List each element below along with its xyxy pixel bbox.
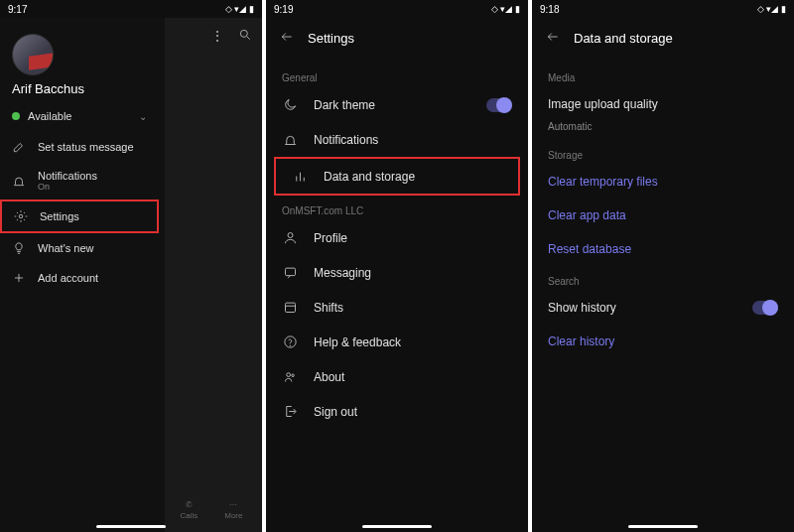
clock: 9:17	[8, 4, 27, 15]
more-vert-icon[interactable]: ⋮	[210, 28, 224, 45]
menu-whats-new[interactable]: What's new	[0, 233, 159, 263]
svg-point-15	[286, 373, 290, 377]
item-reset-database[interactable]: Reset database	[532, 232, 794, 266]
drawer-menu: Set status message Notifications On Sett…	[0, 128, 159, 297]
svg-point-2	[19, 214, 23, 218]
nav-more[interactable]: ⋯More	[224, 500, 242, 520]
settings-list: General Dark theme Notifications Data an…	[266, 59, 528, 532]
menu-add-account[interactable]: Add account	[0, 263, 159, 293]
section-search: Search	[532, 266, 794, 291]
teams-icon	[282, 369, 298, 384]
clock: 9:19	[274, 4, 293, 15]
item-clear-history[interactable]: Clear history	[532, 325, 794, 358]
item-label: Reset database	[548, 242, 631, 256]
item-label: Image upload quality	[548, 97, 658, 111]
status-icons: ◇ ▾◢ ▮	[225, 4, 254, 14]
item-label: Show history	[548, 301, 616, 315]
item-profile[interactable]: Profile	[266, 220, 528, 255]
search-icon[interactable]	[238, 28, 252, 45]
moon-icon	[282, 97, 298, 112]
section-org: OnMSFT.com LLC	[266, 196, 528, 220]
page-header: Data and storage	[532, 18, 794, 59]
item-label: Sign out	[314, 405, 357, 419]
android-nav-pill[interactable]	[628, 525, 698, 528]
item-label: About	[314, 370, 344, 384]
menu-sublabel: On	[38, 182, 97, 192]
svg-point-9	[288, 233, 293, 238]
section-general: General	[266, 63, 528, 87]
menu-label: What's new	[38, 242, 94, 254]
menu-label: Set status message	[38, 141, 134, 153]
user-name: Arif Bacchus	[12, 81, 147, 96]
presence-dot-icon	[12, 112, 20, 120]
svg-rect-11	[285, 303, 295, 312]
gear-icon	[14, 209, 28, 223]
back-arrow-icon[interactable]	[546, 30, 560, 47]
toggle-switch[interactable]	[752, 301, 778, 315]
item-about[interactable]: About	[266, 359, 528, 394]
section-media: Media	[532, 63, 794, 87]
nav-label: Calls	[180, 511, 198, 520]
item-label: Clear app data	[548, 208, 626, 222]
item-upload-value: Automatic	[532, 121, 794, 140]
item-label: Help & feedback	[314, 335, 401, 349]
menu-label: Notifications	[38, 170, 97, 182]
item-clear-app-data[interactable]: Clear app data	[532, 199, 794, 232]
presence-row[interactable]: Available ⌄	[0, 104, 159, 128]
item-label: Clear history	[548, 334, 614, 348]
item-show-history[interactable]: Show history	[532, 291, 794, 325]
bell-icon	[282, 132, 298, 147]
top-action-icons: ⋮	[210, 18, 262, 45]
menu-set-status[interactable]: Set status message	[0, 132, 159, 162]
status-icons: ◇ ▾◢ ▮	[757, 4, 786, 14]
clock: 9:18	[540, 4, 559, 15]
dots-icon: ⋯	[229, 500, 237, 509]
page-title: Settings	[308, 31, 354, 46]
svg-rect-10	[285, 268, 295, 276]
calendar-icon	[282, 300, 298, 315]
item-label: Shifts	[314, 301, 343, 315]
item-shifts[interactable]: Shifts	[266, 290, 528, 325]
item-label: Notifications	[314, 133, 378, 147]
section-storage: Storage	[532, 140, 794, 165]
item-dark-theme[interactable]: Dark theme	[266, 87, 528, 122]
item-label: Data and storage	[324, 170, 415, 184]
android-nav-pill[interactable]	[96, 525, 166, 528]
status-icons: ◇ ▾◢ ▮	[491, 4, 520, 14]
chevron-down-icon: ⌄	[139, 111, 147, 122]
data-storage-list: Media Image upload quality Automatic Sto…	[532, 59, 794, 532]
profile-header[interactable]: Arif Bacchus	[0, 18, 159, 104]
menu-label: Settings	[40, 210, 79, 222]
item-help[interactable]: Help & feedback	[266, 325, 528, 359]
page-header: Settings	[266, 18, 528, 59]
lightbulb-icon	[12, 241, 26, 255]
status-bar: 9:17 ◇ ▾◢ ▮	[0, 0, 262, 18]
chart-bar-icon	[292, 169, 308, 184]
menu-notifications[interactable]: Notifications On	[0, 162, 159, 200]
nav-calls[interactable]: ✆Calls	[180, 500, 198, 520]
chat-icon	[282, 265, 298, 280]
item-label: Clear temporary files	[548, 175, 658, 189]
svg-point-16	[291, 374, 294, 377]
nav-drawer: ⋮ Arif Bacchus Available ⌄ Set status me…	[0, 18, 262, 532]
toggle-switch[interactable]	[486, 98, 512, 112]
bell-icon	[12, 174, 26, 188]
nav-label: More	[224, 511, 242, 520]
status-bar: 9:19 ◇ ▾◢ ▮	[266, 0, 528, 18]
phone-data-storage-screen: 9:18 ◇ ▾◢ ▮ Data and storage Media Image…	[532, 0, 794, 532]
item-label: Messaging	[314, 266, 371, 280]
presence-label: Available	[28, 110, 71, 122]
edit-icon	[12, 140, 26, 154]
menu-settings[interactable]: Settings	[0, 200, 159, 233]
item-signout[interactable]: Sign out	[266, 394, 528, 429]
item-upload-quality[interactable]: Image upload quality	[532, 87, 794, 121]
svg-line-1	[247, 37, 250, 40]
item-notifications[interactable]: Notifications	[266, 122, 528, 157]
phone-drawer-screen: 9:17 ◇ ▾◢ ▮ ⋮ Arif Bacchus Available ⌄	[0, 0, 262, 532]
item-clear-temp[interactable]: Clear temporary files	[532, 165, 794, 199]
back-arrow-icon[interactable]	[280, 30, 294, 47]
item-data-storage[interactable]: Data and storage	[274, 157, 520, 196]
android-nav-pill[interactable]	[362, 525, 432, 528]
item-messaging[interactable]: Messaging	[266, 255, 528, 290]
avatar	[12, 34, 54, 75]
